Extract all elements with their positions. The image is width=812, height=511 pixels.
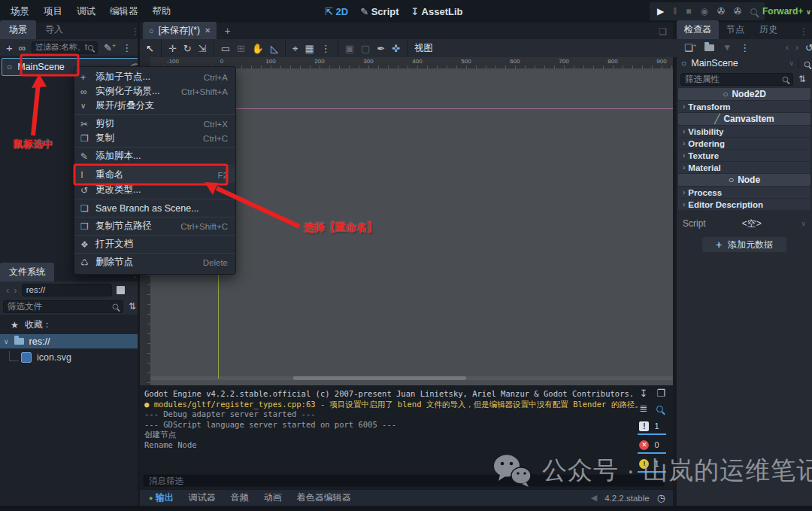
movie-maker-icon[interactable] bbox=[750, 6, 757, 17]
workspace-script-button[interactable]: ✎ Script bbox=[360, 6, 398, 17]
bottom-tab-shader-editor[interactable]: 着色器编辑器 bbox=[297, 491, 351, 504]
file-filter-input[interactable]: 筛选文件 bbox=[3, 300, 123, 313]
group-material[interactable]: ›Material bbox=[678, 162, 810, 173]
pan-tool-button[interactable]: ✋ bbox=[252, 44, 264, 53]
snap-options-icon[interactable]: ⋮ bbox=[321, 44, 331, 53]
menu-item-copy[interactable]: ❐复制Ctrl+C bbox=[74, 131, 235, 145]
workspace-assetlib-button[interactable]: ↧ AssetLib bbox=[411, 6, 463, 17]
tab-inspector[interactable]: 检查器 bbox=[677, 20, 719, 39]
add-node-button[interactable]: + bbox=[6, 42, 13, 53]
menu-item-open-docs[interactable]: ❖打开文档 bbox=[74, 237, 235, 251]
search-log-icon[interactable] bbox=[656, 403, 663, 414]
file-row-iconsvg[interactable]: icon.svg bbox=[0, 350, 139, 364]
new-resource-icon[interactable]: ❏+ bbox=[684, 43, 696, 53]
new-scene-tab-button[interactable]: + bbox=[217, 25, 238, 39]
play-scene-button[interactable]: ✇ bbox=[717, 6, 725, 17]
group-ordering[interactable]: ›Ordering bbox=[678, 138, 810, 149]
pause-button[interactable]: ‖ bbox=[673, 6, 677, 17]
group-transform[interactable]: ›Transform bbox=[678, 101, 810, 112]
menu-item-instantiate[interactable]: ∞实例化子场景...Ctrl+Shift+A bbox=[74, 84, 235, 99]
menu-item-delete[interactable]: ♺删除节点Delete bbox=[74, 255, 235, 269]
grid-snap-button[interactable]: ▦ bbox=[304, 44, 314, 53]
bottom-tab-debugger[interactable]: 调试器 bbox=[189, 491, 216, 504]
group-process[interactable]: ›Process bbox=[678, 187, 810, 198]
category-canvasitem[interactable]: ╱CanvasItem bbox=[678, 113, 810, 125]
collapse-duplicates-icon[interactable]: ≣ bbox=[639, 403, 647, 414]
move-tool-button[interactable]: ✛ bbox=[168, 44, 177, 53]
filter-messages-toggle[interactable]: ! 1 bbox=[639, 419, 659, 433]
bottom-tab-animation[interactable]: 动画 bbox=[264, 491, 282, 504]
menu-item-attach-script[interactable]: ✎添加脚本... bbox=[74, 149, 235, 163]
copy-log-icon[interactable]: ❐ bbox=[656, 388, 665, 398]
view-menu-button[interactable]: 视图 bbox=[414, 42, 433, 55]
skeleton-options-icon[interactable]: ✜ bbox=[392, 43, 400, 54]
history-forward-icon[interactable]: › bbox=[795, 42, 798, 53]
menu-item-change-type[interactable]: ↺更改类型... bbox=[74, 183, 235, 197]
tab-history[interactable]: 历史 bbox=[752, 20, 785, 39]
toggle-bottom-panel-icon[interactable]: ◷ bbox=[657, 493, 665, 503]
split-mode-toggle-icon[interactable] bbox=[117, 286, 125, 294]
category-node[interactable]: ○Node bbox=[678, 174, 810, 186]
tab-filesystem[interactable]: 文件系统 bbox=[0, 263, 54, 281]
group-texture[interactable]: ›Texture bbox=[678, 150, 810, 161]
play-button[interactable]: ▶ bbox=[657, 6, 664, 17]
menu-item-rename[interactable]: I重命名F2 bbox=[74, 167, 235, 183]
ruler-tool-button[interactable]: ◺ bbox=[271, 44, 278, 53]
remote-debug-icon[interactable]: ◉ bbox=[700, 6, 707, 17]
filter-errors-toggle[interactable]: ✕ 0 bbox=[639, 438, 659, 452]
property-tools-icon[interactable]: ⇅ bbox=[798, 75, 806, 84]
sort-files-icon[interactable]: ⇅ bbox=[129, 302, 136, 311]
menu-project[interactable]: 项目 bbox=[44, 5, 62, 18]
renderer-dropdown[interactable]: Forward+ ∨ bbox=[762, 6, 811, 17]
open-docs-icon[interactable] bbox=[798, 59, 812, 68]
history-back-icon[interactable]: ‹ bbox=[6, 284, 9, 296]
edited-object-label[interactable]: MainScene bbox=[691, 58, 738, 68]
group-visibility[interactable]: ›Visibility bbox=[678, 126, 810, 137]
chevron-down-icon[interactable]: ∨ bbox=[4, 338, 9, 345]
chevron-down-icon[interactable]: ∨ bbox=[801, 220, 806, 227]
close-tab-icon[interactable]: ✕ bbox=[205, 26, 211, 35]
save-resource-icon[interactable]: ▼ bbox=[723, 42, 732, 53]
rotate-tool-button[interactable]: ↻ bbox=[183, 44, 192, 53]
log-line-warning[interactable]: modules/gltf/register_types.cpp:63 - 项目设… bbox=[144, 400, 641, 410]
tab-node[interactable]: 节点 bbox=[719, 20, 752, 39]
attach-script-button[interactable]: ✎+ bbox=[104, 43, 116, 53]
pivot-tool-icon[interactable]: ⊞ bbox=[237, 43, 245, 54]
object-history-icon[interactable]: ↺ bbox=[805, 43, 812, 53]
menu-editor[interactable]: 编辑器 bbox=[110, 5, 138, 18]
group-pin-icon[interactable]: ✒ bbox=[377, 44, 385, 53]
path-field[interactable]: res:// bbox=[22, 284, 112, 297]
version-label[interactable]: 4.2.2.stable bbox=[604, 494, 649, 503]
play-custom-scene-button[interactable]: ✇ bbox=[734, 6, 741, 17]
resource-options-icon[interactable]: ⋮ bbox=[740, 43, 750, 53]
bottom-tab-output[interactable]: ● 输出 bbox=[149, 491, 174, 504]
h-scrollbar-thumb[interactable] bbox=[293, 376, 466, 380]
folder-row-res[interactable]: ∨ res:// bbox=[0, 334, 139, 348]
workspace-2d-button[interactable]: ⇱ 2D bbox=[325, 6, 348, 17]
save-log-icon[interactable]: ↧ bbox=[639, 388, 647, 398]
menu-debug[interactable]: 调试 bbox=[77, 5, 95, 18]
scene-tree-options-icon[interactable]: ⋮ bbox=[122, 43, 132, 53]
favorites-row[interactable]: ★ 收藏： bbox=[0, 318, 139, 332]
menu-scene[interactable]: 场景 bbox=[11, 5, 29, 18]
scene-tab-unsaved[interactable]: ○ [未保存](*) ✕ bbox=[143, 22, 217, 39]
chevron-down-icon[interactable]: ∨ bbox=[789, 59, 794, 67]
menu-item-cut[interactable]: ✂剪切Ctrl+X bbox=[74, 117, 235, 131]
smart-snap-button[interactable]: ⌖ bbox=[292, 44, 298, 53]
category-node2d[interactable]: ○Node2D bbox=[678, 88, 810, 100]
group-editor-description[interactable]: ›Editor Description bbox=[678, 199, 810, 210]
menu-item-expand-collapse[interactable]: ∨展开/折叠分支 bbox=[74, 99, 235, 113]
history-forward-icon[interactable]: › bbox=[14, 284, 17, 296]
tab-scene[interactable]: 场景 bbox=[0, 20, 36, 39]
script-value[interactable]: <空> bbox=[742, 217, 762, 230]
stop-button[interactable]: ■ bbox=[686, 6, 691, 17]
bottom-tab-audio[interactable]: 音频 bbox=[231, 491, 249, 504]
menu-item-copy-node-path[interactable]: ❒复制节点路径Ctrl+Shift+C bbox=[74, 219, 235, 233]
load-resource-icon[interactable] bbox=[704, 44, 714, 51]
scene-filter-input[interactable]: 过滤器:名称、t bbox=[32, 41, 98, 54]
expand-viewport-icon[interactable]: ❏ bbox=[659, 26, 667, 37]
lock-icon[interactable]: ▣ bbox=[345, 43, 354, 54]
mute-speaker-icon[interactable]: ◀ bbox=[591, 493, 597, 503]
history-back-icon[interactable]: ‹ bbox=[786, 42, 789, 53]
tab-import[interactable]: 导入 bbox=[36, 20, 72, 39]
